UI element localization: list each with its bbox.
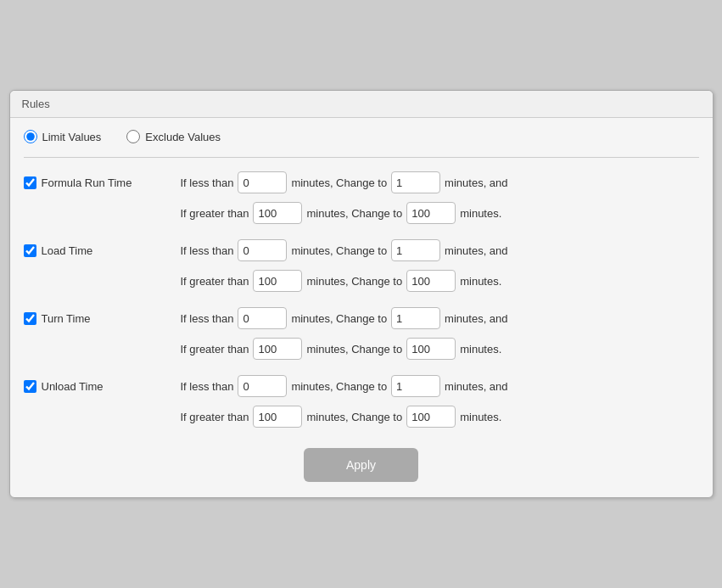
minutes-change-label2-load-time: minutes, Change to bbox=[306, 275, 402, 288]
rule-less-than-formula-run-time: If less than minutes, Change to minutes,… bbox=[181, 171, 508, 193]
minutes-change-label1-unload-time: minutes, Change to bbox=[291, 380, 387, 393]
if-greater-than-label-formula-run-time: If greater than bbox=[181, 207, 249, 220]
rule-less-than-load-time: If less than minutes, Change to minutes,… bbox=[181, 239, 508, 261]
exclude-values-option[interactable]: Exclude Values bbox=[126, 130, 221, 143]
greater-than-change-input-load-time[interactable] bbox=[406, 270, 456, 292]
less-than-change-input-formula-run-time[interactable] bbox=[391, 171, 440, 193]
greater-than-input-load-time[interactable] bbox=[253, 270, 302, 292]
rule-block-formula-run-time: Formula Run Time If less than minutes, C… bbox=[24, 166, 699, 229]
apply-button[interactable]: Apply bbox=[304, 448, 418, 482]
rule-left-turn-time: Turn Time bbox=[24, 307, 181, 325]
less-than-change-input-load-time[interactable] bbox=[391, 239, 440, 261]
rule-right-unload-time: If less than minutes, Change to minutes,… bbox=[181, 375, 508, 428]
minutes-change-label2-formula-run-time: minutes, Change to bbox=[306, 207, 402, 220]
checkbox-load-time[interactable] bbox=[24, 244, 36, 257]
minutes-period-label-turn-time: minutes. bbox=[460, 343, 501, 356]
rule-block-unload-time: Unload Time If less than minutes, Change… bbox=[24, 370, 699, 433]
minutes-change-label2-unload-time: minutes, Change to bbox=[306, 411, 402, 423]
greater-than-change-input-turn-time[interactable] bbox=[406, 338, 456, 360]
rule-greater-than-unload-time: If greater than minutes, Change to minut… bbox=[181, 406, 508, 428]
if-less-than-label-formula-run-time: If less than bbox=[181, 176, 234, 189]
minutes-and-label-turn-time: minutes, and bbox=[445, 312, 507, 325]
limit-values-label: Limit Values bbox=[42, 131, 102, 143]
less-than-input-turn-time[interactable] bbox=[238, 307, 287, 329]
limit-values-option[interactable]: Limit Values bbox=[24, 130, 102, 143]
greater-than-change-input-formula-run-time[interactable] bbox=[406, 202, 456, 224]
exclude-values-label: Exclude Values bbox=[145, 131, 221, 143]
minutes-and-label-load-time: minutes, and bbox=[445, 244, 507, 257]
greater-than-input-formula-run-time[interactable] bbox=[253, 202, 302, 224]
checkbox-unload-time[interactable] bbox=[24, 380, 36, 393]
rule-right-formula-run-time: If less than minutes, Change to minutes,… bbox=[181, 171, 508, 224]
radio-group: Limit Values Exclude Values bbox=[24, 130, 699, 143]
minutes-and-label-unload-time: minutes, and bbox=[445, 380, 507, 393]
rules-container: Formula Run Time If less than minutes, C… bbox=[24, 166, 699, 433]
rule-left-formula-run-time: Formula Run Time bbox=[24, 171, 181, 189]
rule-greater-than-formula-run-time: If greater than minutes, Change to minut… bbox=[181, 202, 508, 224]
less-than-input-load-time[interactable] bbox=[238, 239, 287, 261]
rule-name-unload-time: Unload Time bbox=[42, 380, 104, 393]
greater-than-input-turn-time[interactable] bbox=[253, 338, 302, 360]
rule-name-turn-time: Turn Time bbox=[42, 312, 91, 325]
rule-left-load-time: Load Time bbox=[24, 239, 181, 257]
rule-block-turn-time: Turn Time If less than minutes, Change t… bbox=[24, 302, 699, 365]
if-greater-than-label-load-time: If greater than bbox=[181, 275, 249, 288]
panel-title: Rules bbox=[10, 91, 713, 118]
less-than-change-input-turn-time[interactable] bbox=[391, 307, 440, 329]
less-than-change-input-unload-time[interactable] bbox=[391, 375, 440, 397]
apply-row: Apply bbox=[24, 448, 699, 482]
rule-left-unload-time: Unload Time bbox=[24, 375, 181, 393]
less-than-input-unload-time[interactable] bbox=[238, 375, 287, 397]
rule-greater-than-turn-time: If greater than minutes, Change to minut… bbox=[181, 338, 508, 360]
divider bbox=[24, 157, 699, 158]
minutes-period-label-load-time: minutes. bbox=[460, 275, 501, 288]
less-than-input-formula-run-time[interactable] bbox=[238, 171, 287, 193]
rule-less-than-turn-time: If less than minutes, Change to minutes,… bbox=[181, 307, 508, 329]
if-less-than-label-turn-time: If less than bbox=[181, 312, 234, 325]
rule-less-than-unload-time: If less than minutes, Change to minutes,… bbox=[181, 375, 508, 397]
checkbox-turn-time[interactable] bbox=[24, 312, 36, 325]
minutes-and-label-formula-run-time: minutes, and bbox=[445, 176, 507, 189]
minutes-period-label-formula-run-time: minutes. bbox=[460, 207, 501, 220]
rule-name-load-time: Load Time bbox=[42, 244, 93, 257]
if-less-than-label-unload-time: If less than bbox=[181, 380, 234, 393]
if-less-than-label-load-time: If less than bbox=[181, 244, 234, 257]
greater-than-change-input-unload-time[interactable] bbox=[406, 406, 456, 428]
checkbox-formula-run-time[interactable] bbox=[24, 176, 36, 189]
panel-body: Limit Values Exclude Values Formula Run … bbox=[10, 118, 713, 497]
limit-values-radio[interactable] bbox=[24, 130, 37, 143]
rule-greater-than-load-time: If greater than minutes, Change to minut… bbox=[181, 270, 508, 292]
greater-than-input-unload-time[interactable] bbox=[253, 406, 302, 428]
rule-block-load-time: Load Time If less than minutes, Change t… bbox=[24, 234, 699, 297]
rule-right-turn-time: If less than minutes, Change to minutes,… bbox=[181, 307, 508, 360]
minutes-change-label1-formula-run-time: minutes, Change to bbox=[291, 176, 387, 189]
exclude-values-radio[interactable] bbox=[126, 130, 140, 143]
minutes-change-label1-turn-time: minutes, Change to bbox=[291, 312, 387, 325]
if-greater-than-label-turn-time: If greater than bbox=[181, 343, 249, 356]
rules-panel: Rules Limit Values Exclude Values Formul… bbox=[9, 90, 714, 498]
minutes-change-label2-turn-time: minutes, Change to bbox=[306, 343, 402, 356]
minutes-period-label-unload-time: minutes. bbox=[460, 411, 501, 423]
rule-right-load-time: If less than minutes, Change to minutes,… bbox=[181, 239, 508, 292]
minutes-change-label1-load-time: minutes, Change to bbox=[291, 244, 387, 257]
if-greater-than-label-unload-time: If greater than bbox=[181, 411, 249, 423]
rule-name-formula-run-time: Formula Run Time bbox=[42, 176, 132, 189]
